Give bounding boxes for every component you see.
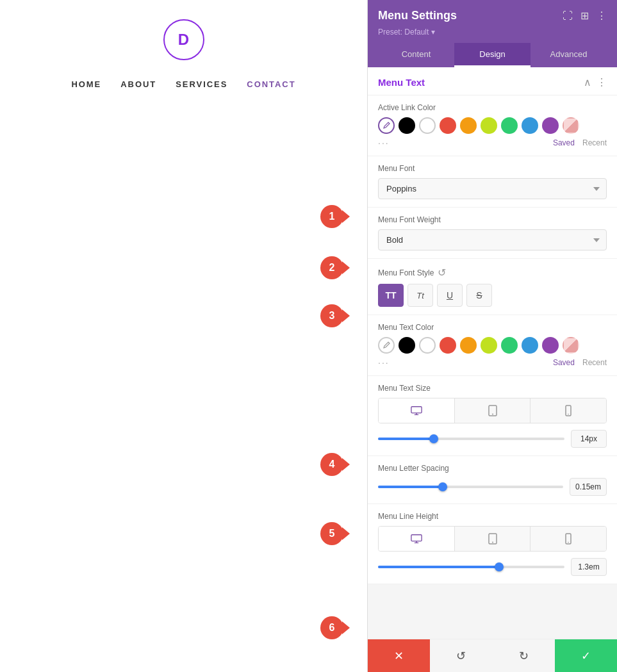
save-button[interactable]: ✓ (555, 639, 617, 672)
line-height-device-desktop[interactable] (379, 527, 455, 551)
saved-label[interactable]: Saved (553, 138, 575, 147)
svg-point-7 (492, 542, 493, 543)
menu-font-weight-select[interactable]: Bold Normal Light 100 200 300 400 500 60… (378, 229, 607, 250)
nav-contact[interactable]: CONTACT (247, 79, 295, 89)
line-height-mobile-icon (563, 533, 574, 545)
fullscreen-icon[interactable]: ⛶ (563, 10, 573, 22)
color-purple[interactable] (542, 117, 559, 134)
panel-content: Menu Text ∧ ⋮ Active Link Color (368, 67, 617, 639)
line-height-value[interactable]: 1.3em (571, 558, 607, 576)
more-options-icon[interactable]: ⋮ (596, 10, 607, 22)
text-color-black[interactable] (399, 337, 415, 354)
color-green[interactable] (501, 117, 518, 134)
color-blue[interactable] (522, 117, 538, 134)
split-view-icon[interactable]: ⊞ (580, 10, 589, 22)
color-white[interactable] (419, 117, 436, 134)
tab-advanced[interactable]: Advanced (531, 43, 607, 67)
menu-text-size-field: Menu Text Size (368, 376, 617, 456)
nav-menu: HOME ABOUT SERVICES CONTACT (71, 79, 295, 89)
menu-text-color-field: Menu Text Color ··· (368, 315, 617, 376)
nav-about[interactable]: ABOUT (120, 79, 156, 89)
undo-button[interactable]: ↺ (430, 639, 492, 672)
font-style-italic[interactable]: Tt (407, 284, 433, 307)
text-color-red[interactable] (440, 337, 456, 354)
more-colors-dots[interactable]: ··· (378, 138, 390, 148)
eyedropper-icon (383, 122, 390, 129)
text-eyedropper-icon (383, 341, 390, 349)
nav-services[interactable]: SERVICES (176, 79, 227, 89)
nav-home[interactable]: HOME (71, 79, 101, 89)
step-badge-5: 5 (320, 522, 350, 545)
menu-letter-spacing-label: Menu Letter Spacing (378, 464, 607, 473)
text-color-recent-label[interactable]: Recent (582, 358, 607, 367)
text-color-green[interactable] (501, 337, 518, 354)
color-black[interactable] (399, 117, 415, 134)
text-size-value[interactable]: 14px (571, 430, 607, 448)
svg-rect-5 (411, 535, 422, 541)
menu-letter-spacing-field: Menu Letter Spacing 0.15em (368, 456, 617, 504)
line-height-tablet-icon (487, 533, 498, 545)
color-orange[interactable] (460, 117, 477, 134)
panel-title: Menu Settings (378, 9, 457, 22)
menu-font-select[interactable]: Poppins Open Sans Roboto Lato (378, 178, 607, 199)
text-color-white[interactable] (419, 337, 436, 354)
line-height-device-mobile[interactable] (531, 527, 606, 551)
svg-point-4 (568, 414, 569, 415)
active-link-color-label: Active Link Color (378, 103, 607, 112)
redo-button[interactable]: ↻ (493, 639, 555, 672)
settings-panel: Menu Settings ⛶ ⊞ ⋮ Preset: Default ▾ Co… (367, 0, 617, 672)
device-mobile[interactable] (531, 398, 606, 423)
section-title: Menu Text (378, 77, 425, 88)
text-color-saved-label[interactable]: Saved (553, 358, 575, 367)
text-size-slider-track[interactable] (378, 438, 564, 440)
reset-font-style-icon[interactable]: ↺ (438, 266, 446, 279)
color-red[interactable] (440, 117, 456, 134)
font-style-strikethrough[interactable]: S (466, 284, 492, 307)
svg-point-2 (492, 414, 493, 415)
letter-spacing-slider-track[interactable] (378, 486, 563, 488)
text-color-orange[interactable] (460, 337, 477, 354)
divi-logo: D (163, 19, 204, 60)
step-badge-2: 2 (320, 256, 350, 279)
text-color-blue[interactable] (522, 337, 538, 354)
line-height-slider-row: 1.3em (378, 558, 607, 576)
menu-font-field: Menu Font Poppins Open Sans Roboto Lato (368, 156, 617, 208)
line-height-desktop-icon (411, 533, 422, 545)
text-color-picker-button[interactable] (378, 337, 395, 354)
mobile-icon (563, 405, 574, 416)
font-style-bold[interactable]: TT (378, 284, 404, 307)
close-button[interactable]: ✕ (368, 639, 430, 672)
text-color-eraser[interactable] (563, 337, 579, 354)
tablet-icon (487, 405, 498, 416)
collapse-icon[interactable]: ∧ (584, 76, 591, 88)
scrollbar-area[interactable] (614, 90, 617, 634)
active-link-color-field: Active Link Color ··· (368, 95, 617, 156)
device-desktop[interactable] (379, 398, 455, 423)
font-style-buttons: TT Tt U S (378, 284, 607, 307)
preset-row: Preset: Default ▾ (378, 28, 607, 37)
panel-tabs: Content Design Advanced (378, 43, 607, 67)
letter-spacing-value[interactable]: 0.15em (570, 478, 607, 496)
text-color-purple[interactable] (542, 337, 559, 354)
svg-point-9 (568, 542, 569, 543)
line-height-device-tablet[interactable] (455, 527, 531, 551)
color-yellow-green[interactable] (481, 117, 497, 134)
color-eraser[interactable] (563, 117, 579, 134)
menu-text-size-label: Menu Text Size (378, 384, 607, 393)
section-more-icon[interactable]: ⋮ (596, 76, 607, 88)
device-tablet[interactable] (455, 398, 531, 423)
text-color-yellow-green[interactable] (481, 337, 497, 354)
bottom-toolbar: ✕ ↺ ↻ ✓ (368, 639, 617, 672)
text-color-dots[interactable]: ··· (378, 357, 390, 368)
line-height-slider-track[interactable] (378, 566, 564, 568)
font-style-underline[interactable]: U (437, 284, 463, 307)
tab-content[interactable]: Content (378, 43, 454, 67)
menu-font-style-field: Menu Font Style ↺ TT Tt U S (368, 259, 617, 315)
step-badge-6: 6 (320, 616, 350, 639)
menu-text-color-label: Menu Text Color (378, 323, 607, 332)
recent-label[interactable]: Recent (582, 138, 607, 147)
color-picker-button[interactable] (378, 117, 395, 134)
text-size-slider-row: 14px (378, 430, 607, 448)
tab-design[interactable]: Design (454, 43, 531, 67)
device-line-height-selector (378, 526, 607, 552)
